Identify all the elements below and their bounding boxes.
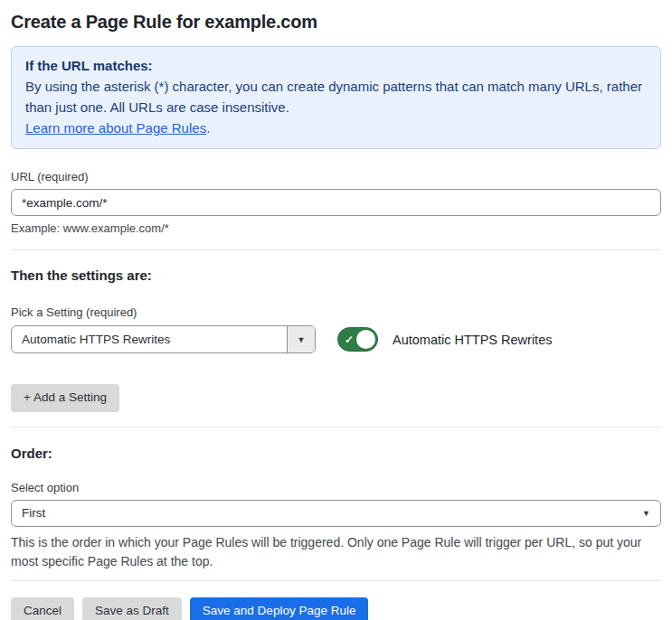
add-setting-button[interactable]: + Add a Setting [11, 384, 119, 412]
check-icon: ✓ [345, 333, 354, 344]
setting-toggle-label: Automatic HTTPS Rewrites [393, 333, 552, 347]
url-helper-text: Example: www.example.com/* [11, 221, 661, 235]
url-matches-info-box: If the URL matches: By using the asteris… [11, 46, 661, 149]
setting-toggle[interactable]: ✓ [337, 327, 378, 352]
settings-section-heading: Then the settings are: [11, 268, 661, 283]
url-input[interactable] [11, 189, 661, 216]
save-draft-button[interactable]: Save as Draft [82, 597, 182, 620]
info-box-link-line: Learn more about Page Rules. [25, 117, 647, 138]
cancel-button[interactable]: Cancel [11, 597, 74, 620]
setting-dropdown[interactable]: Automatic HTTPS Rewrites ▼ [11, 325, 316, 353]
divider [11, 249, 661, 250]
setting-dropdown-value: Automatic HTTPS Rewrites [12, 326, 287, 352]
order-section-heading: Order: [11, 446, 661, 461]
divider [11, 427, 661, 427]
save-deploy-button[interactable]: Save and Deploy Page Rule [190, 597, 369, 620]
divider [11, 580, 661, 581]
chevron-down-icon[interactable]: ▼ [287, 326, 315, 352]
page-title: Create a Page Rule for example.com [11, 0, 661, 33]
url-field-label: URL (required) [11, 170, 661, 183]
chevron-down-icon: ▼ [642, 509, 650, 518]
page-rule-form: Create a Page Rule for example.com If th… [0, 0, 672, 620]
toggle-knob [356, 330, 375, 349]
setting-row: Automatic HTTPS Rewrites ▼ ✓ Automatic H… [11, 325, 661, 353]
info-box-body: By using the asterisk (*) character, you… [25, 76, 647, 117]
pick-setting-label: Pick a Setting (required) [11, 305, 661, 319]
order-helper-text: This is the order in which your Page Rul… [11, 533, 661, 571]
learn-more-link[interactable]: Learn more about Page Rules [25, 120, 206, 136]
action-button-row: Cancel Save as Draft Save and Deploy Pag… [11, 597, 661, 620]
link-suffix: . [206, 120, 210, 136]
order-select[interactable]: First ▼ [11, 500, 661, 527]
info-box-heading: If the URL matches: [25, 55, 647, 76]
order-select-value: First [22, 506, 45, 520]
order-select-label: Select option [11, 481, 661, 494]
